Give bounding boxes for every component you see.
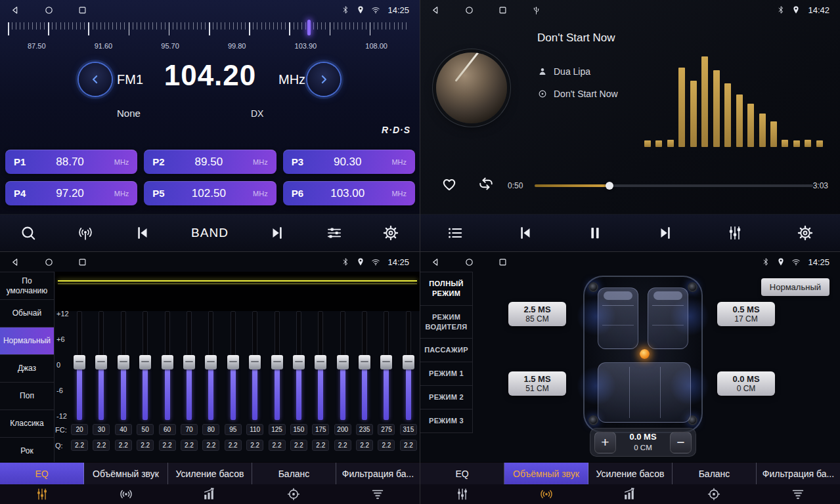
bass-boost-icon[interactable] (588, 484, 673, 504)
eq-band-slider[interactable] (269, 311, 286, 420)
slider-handle[interactable] (227, 355, 239, 369)
previous-track-button[interactable] (517, 224, 534, 242)
eq-preset-item[interactable]: Классика (0, 410, 54, 438)
rear-left-speaker-icon[interactable] (588, 415, 598, 425)
slider-handle[interactable] (74, 355, 85, 369)
eq-band-slider[interactable] (378, 311, 395, 420)
preset-p3[interactable]: P390.30MHz (283, 150, 415, 174)
audio-tab[interactable]: EQ (0, 463, 84, 484)
playlist-icon[interactable] (447, 224, 464, 242)
audio-tab[interactable]: Объёмный звук (504, 463, 588, 484)
slider-handle[interactable] (315, 355, 326, 369)
slider-handle[interactable] (249, 355, 261, 369)
eq-band-slider[interactable] (159, 311, 176, 420)
slider-handle[interactable] (139, 355, 151, 369)
eq-band-slider[interactable] (202, 311, 219, 420)
eq-band-slider[interactable] (356, 311, 373, 420)
eq-band-slider[interactable] (400, 311, 417, 420)
home-button[interactable] (464, 257, 474, 267)
stage-mode-item[interactable]: РЕЖИМ ВОДИТЕЛЯ (420, 306, 472, 339)
back-button[interactable] (431, 257, 441, 267)
slider-handle[interactable] (293, 355, 305, 369)
stage-mode-item[interactable]: ПОЛНЫЙ РЕЖИМ (420, 272, 472, 306)
balance-icon[interactable] (252, 484, 336, 504)
slider-handle[interactable] (403, 355, 414, 369)
rear-right-delay[interactable]: 0.0 MS 0 CM (717, 371, 775, 396)
rear-left-delay[interactable]: 1.5 MS 51 CM (508, 371, 566, 396)
eq-preset-item[interactable]: По умолчанию (0, 272, 54, 300)
slider-handle[interactable] (118, 355, 129, 369)
recents-button[interactable] (77, 5, 87, 15)
slider-handle[interactable] (95, 355, 107, 369)
eq-preset-item[interactable]: Поп (0, 383, 54, 410)
slider-handle[interactable] (337, 355, 349, 369)
recents-button[interactable] (498, 5, 508, 15)
slider-handle[interactable] (359, 355, 370, 369)
settings-icon[interactable] (797, 224, 814, 242)
eq-band-slider[interactable] (334, 311, 351, 420)
surround-sound-icon[interactable] (504, 484, 588, 504)
preset-p4[interactable]: P497.20MHz (5, 181, 137, 205)
preset-p2[interactable]: P289.50MHz (144, 150, 276, 174)
band-button[interactable]: BAND (191, 226, 229, 240)
front-right-speaker-icon[interactable] (688, 282, 697, 292)
audio-tab[interactable]: Фильтрация ба... (336, 463, 420, 484)
balance-icon[interactable] (672, 484, 756, 504)
recents-button[interactable] (77, 257, 87, 267)
eq-band-slider[interactable] (137, 311, 154, 420)
home-button[interactable] (44, 5, 54, 15)
filter-icon[interactable] (756, 484, 840, 504)
eq-preset-item[interactable]: Обычай (0, 300, 54, 327)
audio-tab[interactable]: Усиление басов (588, 463, 673, 484)
eq-band-slider[interactable] (246, 311, 263, 420)
tune-up-button[interactable] (307, 63, 340, 96)
filter-icon[interactable] (336, 484, 420, 504)
front-left-speaker-icon[interactable] (588, 282, 598, 292)
surround-sound-icon[interactable] (84, 484, 168, 504)
tune-down-button[interactable] (79, 63, 112, 96)
audio-settings-icon[interactable] (326, 224, 343, 242)
seek-bar-knob[interactable] (606, 182, 613, 190)
seek-bar[interactable] (535, 184, 813, 187)
eq-band-slider[interactable] (290, 311, 307, 420)
next-track-button[interactable] (657, 224, 674, 242)
eq-preset-item[interactable]: Джаз (0, 355, 54, 383)
eq-band-slider[interactable] (312, 311, 329, 420)
slider-handle[interactable] (162, 355, 173, 369)
slider-handle[interactable] (205, 355, 217, 369)
next-station-button[interactable] (269, 224, 286, 242)
eq-icon[interactable] (0, 484, 84, 504)
eq-preset-item[interactable]: Рок (0, 438, 54, 465)
stage-mode-item[interactable]: РЕЖИМ 3 (420, 410, 472, 433)
listening-position-marker[interactable] (640, 349, 650, 359)
previous-station-button[interactable] (134, 224, 151, 242)
back-button[interactable] (431, 5, 441, 15)
stage-mode-item[interactable]: ПАССАЖИР (420, 339, 472, 362)
front-right-delay[interactable]: 0.5 MS 17 CM (717, 302, 775, 326)
eq-preset-item[interactable]: Нормальный (0, 327, 54, 355)
stage-mode-item[interactable]: РЕЖИМ 1 (420, 362, 472, 386)
eq-band-slider[interactable] (225, 311, 242, 420)
eq-band-slider[interactable] (71, 311, 88, 420)
eq-band-slider[interactable] (115, 311, 132, 420)
settings-icon[interactable] (382, 224, 399, 242)
preset-p1[interactable]: P188.70MHz (5, 150, 137, 174)
slider-handle[interactable] (271, 355, 283, 369)
favorite-button[interactable] (440, 175, 458, 193)
back-button[interactable] (11, 5, 20, 15)
audio-tab[interactable]: Объёмный звук (84, 463, 168, 484)
eq-band-slider[interactable] (181, 311, 198, 420)
pause-button[interactable] (586, 224, 604, 242)
front-left-delay[interactable]: 2.5 MS 85 CM (508, 302, 566, 326)
slider-handle[interactable] (380, 355, 392, 369)
audio-tab[interactable]: EQ (420, 463, 504, 484)
repeat-button[interactable] (477, 175, 495, 193)
eq-icon[interactable] (420, 484, 504, 504)
frequency-ruler[interactable] (8, 22, 410, 38)
mixer-icon[interactable] (726, 224, 743, 242)
audio-tab[interactable]: Баланс (252, 463, 336, 484)
delay-increase-button[interactable]: + (594, 432, 616, 453)
home-button[interactable] (464, 5, 474, 15)
broadcast-icon[interactable] (77, 224, 94, 242)
delay-decrease-button[interactable]: − (670, 432, 692, 453)
